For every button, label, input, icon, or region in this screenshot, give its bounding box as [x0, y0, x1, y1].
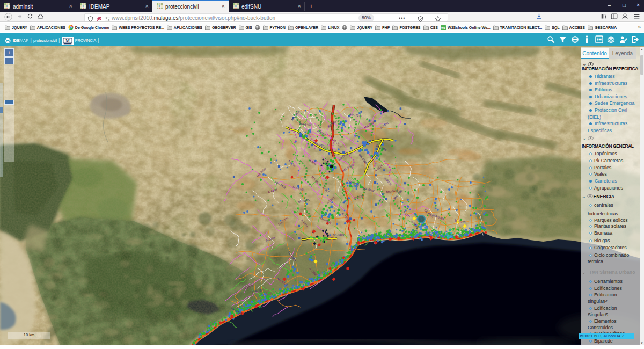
svg-text:M: M — [65, 38, 70, 43]
svg-text:w3: w3 — [441, 26, 445, 30]
svg-text:SE-3310: SE-3310 — [333, 233, 345, 237]
